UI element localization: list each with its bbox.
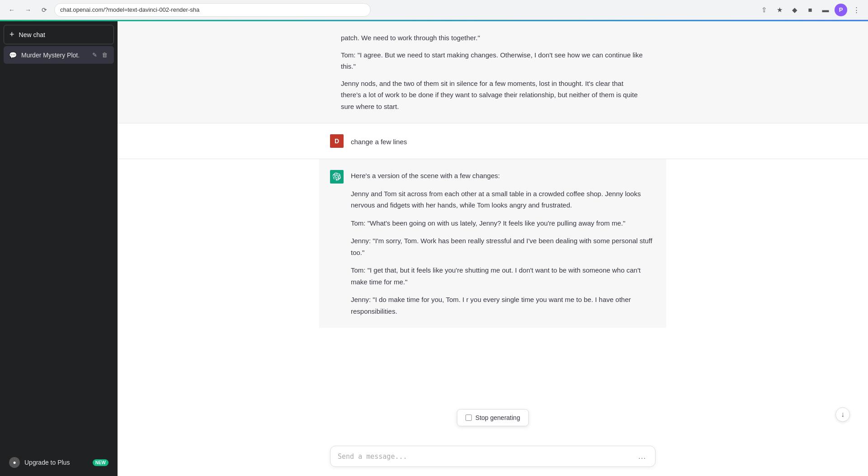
extension-icon3[interactable]: ▬ (819, 4, 832, 16)
ai-para4: Tom: "I get that, but it feels like you'… (351, 264, 656, 287)
input-area: … (118, 438, 868, 476)
plus-icon: + (9, 30, 14, 39)
ai-para3: Jenny: "I'm sorry, Tom. Work has been re… (351, 235, 656, 258)
user-message-row: D change a few lines (319, 123, 666, 159)
delete-chat-button[interactable]: 🗑 (101, 51, 108, 59)
prev-para2: Tom: "I agree. But we need to start maki… (341, 49, 645, 72)
profile-avatar[interactable]: P (835, 4, 847, 16)
prev-message-text: patch. We need to work through this toge… (341, 32, 645, 112)
extension-icon1[interactable]: ◆ (788, 4, 801, 16)
ai-para5: Jenny: "I do make time for you, Tom. I r… (351, 294, 656, 317)
user-icon: ● (9, 457, 20, 468)
new-badge: NEW (93, 459, 108, 466)
more-icon[interactable]: ⋮ (850, 4, 863, 16)
stop-checkbox-icon (466, 415, 472, 421)
back-button[interactable]: ← (5, 4, 18, 16)
browser-chrome: ← → ⟳ chat.openai.com/?model=text-davinc… (0, 0, 868, 20)
input-box: … (330, 446, 656, 467)
ai-avatar (330, 170, 344, 184)
address-bar[interactable]: chat.openai.com/?model=text-davinci-002-… (54, 3, 371, 17)
sidebar-bottom: ● Upgrade to Plus NEW (4, 452, 114, 472)
message-input[interactable] (338, 452, 636, 461)
scroll-down-button[interactable]: ↓ (835, 407, 850, 422)
ai-para2: Tom: "What's been going on with us latel… (351, 217, 656, 229)
ai-para1: Jenny and Tom sit across from each other… (351, 188, 656, 211)
prev-para1: patch. We need to work through this toge… (341, 32, 645, 44)
previous-ai-block: patch. We need to work through this toge… (118, 21, 868, 123)
stop-generating-label: Stop generating (476, 414, 520, 421)
extension-icon2[interactable]: ■ (804, 4, 816, 16)
user-avatar: D (330, 134, 344, 148)
refresh-button[interactable]: ⟳ (38, 4, 51, 16)
prev-para3: Jenny nods, and the two of them sit in s… (341, 78, 645, 113)
openai-logo-icon (333, 173, 341, 181)
ai-message-row: Here's a version of the scene with a few… (319, 159, 666, 328)
sidebar-item-murder-mystery[interactable]: 💬 Murder Mystery Plot. ✎ 🗑 (4, 46, 114, 64)
input-more-button[interactable]: … (636, 452, 648, 461)
upgrade-to-plus-button[interactable]: ● Upgrade to Plus NEW (4, 452, 114, 472)
browser-right-icons: ⇧ ★ ◆ ■ ▬ P ⋮ (758, 4, 863, 16)
user-message-text: change a few lines (351, 134, 407, 148)
prev-message-block: patch. We need to work through this toge… (330, 32, 656, 112)
ai-message-text: Here's a version of the scene with a few… (351, 170, 656, 317)
url-text: chat.openai.com/?model=text-davinci-002-… (60, 6, 199, 13)
stop-generating-button[interactable]: Stop generating (457, 409, 529, 426)
chat-scroll[interactable]: patch. We need to work through this toge… (118, 21, 868, 438)
new-chat-button[interactable]: + New chat (4, 25, 114, 44)
forward-button[interactable]: → (22, 4, 34, 16)
upgrade-label: Upgrade to Plus (24, 459, 70, 466)
ai-intro: Here's a version of the scene with a few… (351, 170, 656, 182)
edit-chat-button[interactable]: ✎ (91, 51, 98, 59)
chat-icon: 💬 (9, 52, 17, 59)
chat-item-label: Murder Mystery Plot. (21, 52, 87, 59)
sidebar: + New chat 💬 Murder Mystery Plot. ✎ 🗑 ● … (0, 21, 118, 476)
chat-item-actions: ✎ 🗑 (91, 51, 108, 59)
main-content: patch. We need to work through this toge… (118, 21, 868, 476)
bookmark-icon[interactable]: ★ (773, 4, 786, 16)
app-container: + New chat 💬 Murder Mystery Plot. ✎ 🗑 ● … (0, 21, 868, 476)
new-chat-label: New chat (19, 31, 45, 38)
share-icon[interactable]: ⇧ (758, 4, 770, 16)
scroll-down-icon: ↓ (841, 410, 844, 419)
